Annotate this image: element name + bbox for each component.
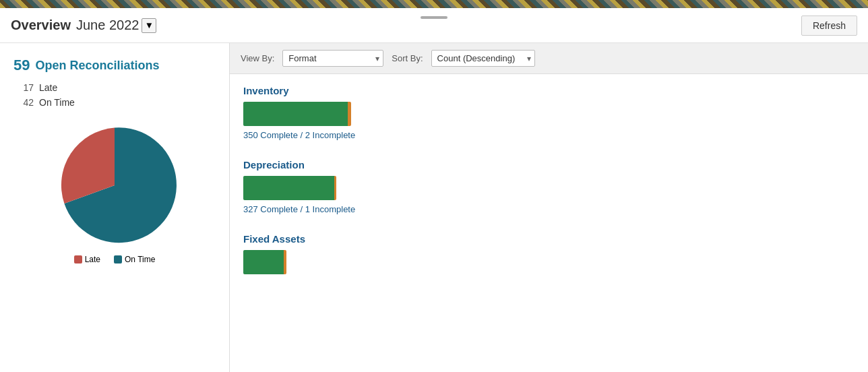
top-banner [0, 0, 868, 8]
main-container: 59 Open Reconciliations 17 Late 42 On Ti… [0, 43, 868, 372]
open-rec-count: 59 [13, 57, 30, 74]
refresh-button[interactable]: Refresh [801, 16, 857, 36]
stat-num-late: 17 [13, 82, 34, 93]
sort-by-wrapper[interactable]: Count (Descending) Count (Ascending) Nam… [431, 50, 535, 67]
rec-title-depreciation: Depreciation [243, 159, 855, 170]
view-by-label: View By: [241, 53, 274, 63]
legend-label-late: Late [85, 255, 100, 264]
pie-chart [51, 121, 179, 249]
sort-by-label: Sort By: [392, 53, 423, 63]
chevron-down-icon: ▼ [145, 20, 154, 30]
bar-incomplete-fixed-assets [284, 250, 286, 274]
rec-stats-depreciation: 327 Complete / 1 Incomplete [243, 204, 855, 214]
bar-incomplete-depreciation [334, 176, 336, 200]
stat-label-ontime: On Time [39, 97, 75, 108]
date-dropdown-button[interactable]: ▼ [142, 18, 156, 33]
page-title: Overview [11, 18, 71, 33]
bar-complete-depreciation [243, 176, 334, 200]
sort-by-select[interactable]: Count (Descending) Count (Ascending) Nam… [431, 50, 535, 67]
rec-item-depreciation: Depreciation 327 Complete / 1 Incomplete [243, 159, 855, 214]
rec-stats-inventory: 350 Complete / 2 Incomplete [243, 130, 855, 140]
view-by-wrapper[interactable]: Format Account Type Preparer ▾ [282, 50, 383, 67]
stat-label-late: Late [39, 82, 57, 93]
legend-item-ontime: On Time [114, 255, 155, 264]
bar-complete-fixed-assets [243, 250, 284, 274]
header: Overview June 2022 ▼ Refresh [0, 8, 868, 43]
content-area[interactable]: Inventory 350 Complete / 2 Incomplete De… [230, 74, 868, 372]
legend-item-late: Late [74, 255, 100, 264]
rec-title-fixed-assets: Fixed Assets [243, 233, 855, 245]
rec-title-inventory: Inventory [243, 85, 855, 96]
open-rec-header: 59 Open Reconciliations [13, 57, 216, 74]
stat-row-late: 17 Late [13, 82, 216, 93]
left-panel: 59 Open Reconciliations 17 Late 42 On Ti… [0, 43, 229, 372]
legend-label-ontime: On Time [125, 255, 155, 264]
pie-chart-container [13, 121, 216, 249]
bar-depreciation [243, 176, 855, 200]
chart-legend: Late On Time [13, 255, 216, 264]
bar-incomplete-inventory [348, 102, 351, 126]
bar-inventory [243, 102, 855, 126]
stat-row-ontime: 42 On Time [13, 97, 216, 108]
toolbar: View By: Format Account Type Preparer ▾ … [230, 43, 868, 74]
header-date: June 2022 [76, 18, 139, 33]
stat-num-ontime: 42 [13, 97, 34, 108]
legend-color-late [74, 255, 82, 264]
legend-color-ontime [114, 255, 122, 264]
bar-complete-inventory [243, 102, 348, 126]
right-panel: View By: Format Account Type Preparer ▾ … [229, 43, 868, 372]
view-by-select[interactable]: Format Account Type Preparer [282, 50, 383, 67]
open-rec-label: Open Reconciliations [35, 59, 159, 73]
drag-handle[interactable] [421, 16, 447, 19]
rec-item-fixed-assets: Fixed Assets [243, 233, 855, 274]
bar-fixed-assets [243, 250, 855, 274]
rec-item-inventory: Inventory 350 Complete / 2 Incomplete [243, 85, 855, 140]
